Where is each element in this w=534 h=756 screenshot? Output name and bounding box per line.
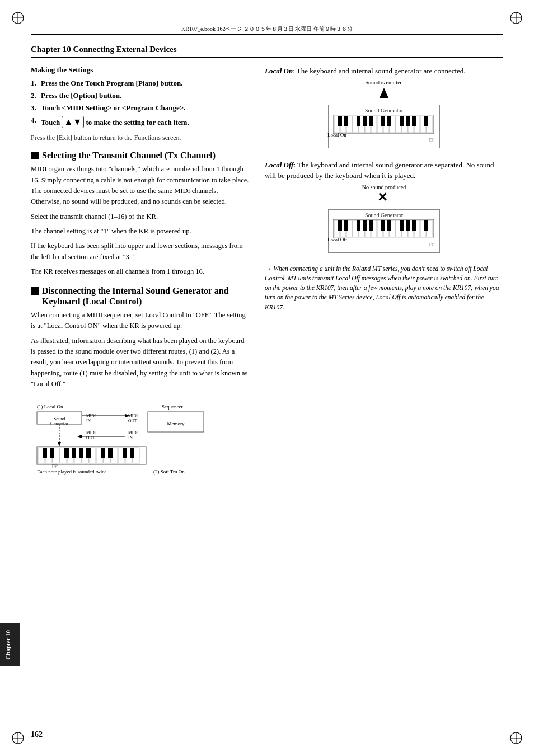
svg-rect-56 (123, 448, 127, 458)
down-arrow: ▼ (73, 117, 82, 127)
local-off-arrow-x: ✕ (265, 191, 503, 206)
step-3-text: Touch <MIDI Setting> or <Program Change>… (41, 104, 185, 112)
chapter-rule (31, 57, 503, 58)
local-off-tag: Local Off (327, 237, 347, 242)
disconnecting-body-1: When connecting a MIDI sequencer, set Lo… (31, 310, 249, 332)
local-on-block: Local On: The keyboard and internal soun… (265, 65, 503, 148)
svg-rect-86 (400, 116, 404, 126)
svg-rect-116 (406, 220, 410, 231)
svg-rect-51 (72, 448, 76, 458)
making-settings-heading: Making the Settings (31, 65, 249, 74)
svg-rect-79 (338, 116, 342, 126)
black-square-icon (31, 152, 39, 159)
header-bar: KR107_e.book 162ページ ２００５年８月３日 水曜日 午前９時３６… (31, 24, 503, 35)
local-on-tag: Local On (327, 132, 346, 138)
svg-text:IN: IN (86, 419, 91, 424)
tx-body-3: The channel setting is at "1" when the K… (31, 226, 249, 237)
tx-body-5: The KR receives messages on all channels… (31, 266, 249, 277)
svg-rect-82 (363, 116, 367, 126)
svg-text:MIDI: MIDI (86, 430, 96, 435)
svg-rect-88 (412, 116, 416, 126)
disconnecting-body-2: As illustrated, information describing w… (31, 336, 249, 390)
tx-body-4: If the keyboard has been split into uppe… (31, 241, 249, 262)
svg-text:MIDI: MIDI (128, 430, 138, 435)
svg-rect-80 (344, 116, 348, 126)
tx-body-2: Select the transmit channel (1–16) of th… (31, 212, 249, 222)
step-4-text: Touch ▲ ▼ to make the setting for each i… (41, 118, 189, 126)
local-off-gen-label: Sound Generator (333, 212, 435, 218)
local-on-diagram-label: Sound is emitted (265, 79, 503, 86)
svg-rect-48 (43, 448, 47, 458)
svg-text:OUT: OUT (86, 435, 95, 440)
svg-rect-89 (424, 116, 428, 126)
chapter-tab: Chapter 10 (0, 623, 20, 666)
local-off-term: Local Off: The keyboard and internal sou… (265, 159, 503, 181)
svg-marker-32 (58, 442, 61, 447)
tx-channel-section-head: Selecting the Transmit Channel (Tx Chann… (31, 150, 249, 161)
sequencer-diagram-svg: (1) Local On Sequencer Sound Generator M… (36, 402, 221, 477)
touch-icon: ▲ ▼ (62, 116, 84, 128)
disconnecting-section-head: Disconnecting the Internal Sound Generat… (31, 285, 249, 307)
local-on-keyboard-svg (333, 115, 434, 134)
svg-rect-81 (357, 116, 360, 126)
svg-rect-108 (338, 220, 342, 231)
exit-note: Press the [Exit] button to return to the… (31, 134, 249, 142)
step-2: 2. Press the [Option] button. (31, 91, 249, 100)
svg-text:(1) Local On: (1) Local On (37, 404, 63, 410)
svg-rect-84 (381, 116, 385, 126)
tx-channel-title: Selecting the Transmit Channel (Tx Chann… (42, 150, 216, 161)
svg-rect-85 (387, 116, 391, 126)
svg-text:OUT: OUT (128, 419, 137, 424)
disconnecting-title: Disconnecting the Internal Sound Generat… (42, 285, 249, 307)
tx-body-1: MIDI organizes things into "channels," w… (31, 164, 249, 208)
content-area: Chapter 10 Connecting External Devices M… (31, 45, 503, 722)
svg-rect-87 (406, 116, 410, 126)
svg-rect-113 (381, 220, 385, 231)
svg-text:IN: IN (128, 435, 133, 440)
chapter-title: Chapter 10 Connecting External Devices (31, 45, 503, 54)
steps-list: 1. Press the One Touch Program [Piano] b… (31, 79, 249, 128)
svg-rect-49 (50, 448, 54, 458)
local-on-arrow-up (265, 87, 503, 101)
svg-rect-114 (387, 220, 391, 231)
header-text: KR107_e.book 162ページ ２００５年８月３日 水曜日 午前９時３６… (35, 25, 499, 33)
svg-rect-55 (108, 448, 113, 458)
note-arrow: → (265, 265, 271, 272)
corner-mark-tl (10, 10, 26, 26)
left-column: Making the Settings 1. Press the One Tou… (31, 65, 249, 483)
sequencer-diagram: (1) Local On Sequencer Sound Generator M… (31, 397, 249, 483)
page: KR107_e.book 162ページ ２００５年８月３日 水曜日 午前９時３６… (0, 0, 534, 756)
svg-marker-61 (380, 88, 388, 98)
svg-rect-111 (363, 220, 367, 231)
svg-text:Sound: Sound (54, 416, 65, 421)
svg-rect-117 (412, 220, 416, 231)
svg-text:(2)  Soft Tru On: (2) Soft Tru On (153, 469, 185, 475)
local-on-gen-label: Sound Generator (333, 107, 435, 114)
svg-text:Each note played is sounded tw: Each note played is sounded twice (37, 469, 106, 475)
local-off-diagram-label: No sound produced (265, 184, 503, 190)
svg-rect-50 (64, 448, 69, 458)
corner-mark-bl (10, 730, 26, 746)
svg-rect-109 (344, 220, 348, 231)
local-off-keyboard-svg (333, 219, 434, 238)
local-on-term: Local On: The keyboard and internal soun… (265, 65, 503, 77)
local-off-kbd-inner: Sound Generator Local Off (328, 209, 440, 253)
svg-marker-30 (77, 435, 82, 438)
svg-text:✕: ✕ (377, 191, 387, 204)
svg-rect-52 (79, 448, 83, 458)
two-column-layout: Making the Settings 1. Press the One Tou… (31, 65, 503, 483)
step-3-num: 3. (31, 104, 36, 112)
black-square-icon-2 (31, 287, 39, 295)
step-2-text: Press the [Option] button. (41, 91, 121, 100)
page-number: 162 (31, 730, 43, 739)
up-arrow: ▲ (64, 117, 73, 127)
svg-rect-115 (400, 220, 404, 231)
svg-text:Memory: Memory (167, 421, 185, 426)
local-on-kbd-inner: Sound Generator Local On (328, 105, 440, 148)
svg-rect-53 (86, 448, 91, 458)
svg-rect-112 (369, 220, 373, 231)
svg-rect-54 (101, 448, 105, 458)
step-1: 1. Press the One Touch Program [Piano] b… (31, 79, 249, 88)
local-on-diagram: Sound Generator Local On (265, 105, 503, 148)
local-off-block: Local Off: The keyboard and internal sou… (265, 159, 503, 253)
